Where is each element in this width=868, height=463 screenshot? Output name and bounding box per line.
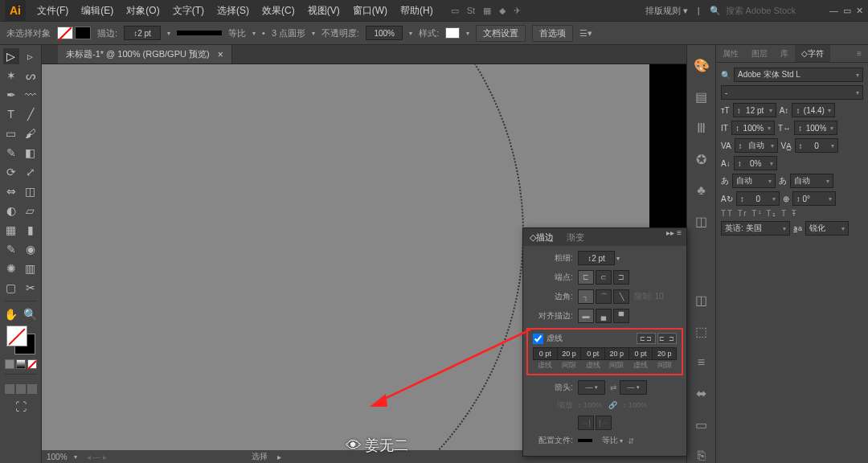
leading-input[interactable]: ↕ (14.4)▾	[792, 103, 835, 117]
stock-icon[interactable]: St	[467, 6, 475, 15]
line-tool[interactable]: ╱	[23, 106, 39, 122]
stroke-tab[interactable]: ◇ 描边	[523, 228, 560, 246]
style-swatch[interactable]	[445, 27, 460, 39]
magic-wand-tool[interactable]: ✶	[3, 68, 19, 84]
cap-round-icon[interactable]: ⊂	[596, 270, 612, 285]
gpu-icon[interactable]: ◆	[499, 6, 506, 16]
stroke-weight-field[interactable]: ↕ 2 pt	[578, 251, 615, 265]
stroke-swatch[interactable]	[75, 27, 91, 39]
css-panel-icon[interactable]: ⎘	[698, 449, 706, 463]
dash2-input[interactable]: 0 pt	[580, 347, 604, 360]
free-transform-tool[interactable]: ◫	[23, 183, 39, 199]
cap-butt-icon[interactable]: ⊏	[578, 270, 594, 285]
align-icon[interactable]: ☰▾	[579, 28, 592, 39]
font-style-select[interactable]: -▾	[721, 85, 863, 100]
mesh-tool[interactable]: ▦	[3, 222, 19, 238]
arrow-start-select[interactable]: —▾	[578, 380, 605, 395]
menu-edit[interactable]: 编辑(E)	[75, 4, 120, 18]
slice-tool[interactable]: ✂	[23, 280, 39, 296]
asset-panel-icon[interactable]: ⬚	[695, 324, 707, 339]
scale-tool[interactable]: ⤢	[23, 164, 39, 180]
eraser-tool[interactable]: ◧	[23, 145, 39, 161]
dash-align-icon[interactable]: ⊏ ⊐	[657, 333, 677, 344]
arrow-end-select[interactable]: —▾	[620, 380, 647, 395]
font-family-select[interactable]: Adobe 宋体 Std L▾	[734, 68, 863, 82]
appearance-panel-icon[interactable]: ♣	[697, 183, 706, 198]
aki2-input[interactable]: 自动▾	[790, 174, 833, 188]
preferences-button[interactable]: 首选项	[532, 25, 573, 42]
eyedropper-tool[interactable]: ✎	[3, 241, 19, 257]
paintbrush-tool[interactable]: 🖌	[23, 125, 39, 141]
none-mode-icon[interactable]	[27, 359, 37, 369]
draw-inside-icon[interactable]	[27, 384, 37, 394]
menu-select[interactable]: 选择(S)	[211, 4, 256, 18]
baseline-input[interactable]: ↕ 0%▾	[734, 156, 777, 170]
corner-miter-icon[interactable]: ┐	[578, 289, 594, 304]
corner-round-icon[interactable]: ⌒	[596, 289, 612, 304]
workspace-switcher[interactable]: 排版规则 ▾	[645, 5, 688, 17]
gradient-tab[interactable]: 渐变	[560, 228, 591, 246]
profile-flip-icon[interactable]: ⇵	[628, 436, 634, 445]
draw-normal-icon[interactable]	[5, 384, 14, 394]
tab-properties[interactable]: 属性	[716, 45, 745, 62]
align-center-icon[interactable]: ▬	[578, 309, 594, 323]
brush-def[interactable]: 3 点圆形	[272, 27, 305, 39]
dash-preserve-icon[interactable]: ⊏⊐	[637, 333, 656, 344]
stroke-weight-input[interactable]: ↕ 2 pt	[124, 26, 161, 40]
gradient-mode-icon[interactable]	[16, 359, 26, 369]
graph-tool[interactable]: ▥	[23, 260, 39, 277]
bridge-icon[interactable]: ▭	[451, 6, 459, 16]
color-panel-icon[interactable]: 🎨	[694, 58, 710, 73]
minimize-icon[interactable]: —	[829, 6, 838, 15]
type-tool[interactable]: T	[3, 106, 19, 122]
hand-tool[interactable]: ✋	[3, 306, 19, 322]
fill-swatch[interactable]	[57, 27, 73, 39]
fill-stroke-indicator[interactable]	[6, 326, 35, 354]
pen-tool[interactable]: ✒	[3, 87, 19, 103]
tab-character[interactable]: ◇ 字符	[795, 45, 830, 62]
search-icon[interactable]: 🔍	[710, 6, 721, 16]
brushes-panel-icon[interactable]: Ⅲ	[697, 121, 706, 136]
cap-projecting-icon[interactable]: ⊐	[613, 270, 629, 285]
tab-libraries[interactable]: 库	[774, 45, 795, 62]
align-inside-icon[interactable]: ▄	[596, 309, 612, 323]
document-tab[interactable]: 未标题-1* @ 100% (RGB/GPU 预览) ×	[58, 45, 232, 64]
zoom-tool[interactable]: 🔍	[23, 306, 39, 322]
color-mode-icon[interactable]	[5, 359, 14, 369]
menu-window[interactable]: 窗口(W)	[346, 4, 394, 18]
tab-close-icon[interactable]: ×	[218, 49, 223, 60]
gap2-input[interactable]: 20 p	[604, 347, 628, 360]
perspective-tool[interactable]: ▱	[23, 203, 39, 219]
layers-panel-icon[interactable]: ◫	[695, 293, 707, 308]
hscale-input[interactable]: ↕ 100%▾	[794, 121, 837, 135]
direct-selection-tool[interactable]: ▹	[23, 48, 39, 64]
menu-file[interactable]: 文件(F)	[31, 4, 75, 18]
screen-mode-icon[interactable]: ⛶	[13, 399, 29, 415]
blend-tool[interactable]: ◉	[23, 241, 39, 257]
panel-menu-icon[interactable]: ≡	[850, 45, 868, 62]
rotate-tool[interactable]: ⟳	[3, 164, 19, 180]
stroke-profile-preview[interactable]	[177, 31, 222, 35]
swap-arrow-icon[interactable]: ⇄	[610, 383, 616, 392]
zoom-level[interactable]: 100%	[47, 453, 68, 461]
dash3-input[interactable]: 0 pt	[628, 347, 653, 360]
char-rot-input[interactable]: ↕ 0▾	[736, 191, 780, 206]
panel-collapse-icon[interactable]: ▸▸ ≡	[666, 228, 686, 246]
language-select[interactable]: 英语: 美国▾	[721, 221, 790, 236]
gradient-tool[interactable]: ▮	[23, 222, 39, 238]
lasso-tool[interactable]: ᔕ	[23, 68, 39, 84]
artboard-tool[interactable]: ▢	[3, 280, 19, 296]
selection-tool[interactable]: ▷	[3, 48, 19, 64]
symbol-sprayer-tool[interactable]: ✺	[3, 260, 19, 277]
aki-input[interactable]: 自动▾	[732, 174, 776, 188]
rectangle-tool[interactable]: ▭	[3, 125, 19, 141]
vscale-input[interactable]: ↕ 100%▾	[731, 121, 775, 135]
menu-text[interactable]: 文字(T)	[166, 4, 211, 18]
shape-builder-tool[interactable]: ◐	[3, 203, 19, 219]
menu-object[interactable]: 对象(O)	[120, 4, 166, 18]
antialias-select[interactable]: 锐化▾	[805, 221, 849, 236]
corner-bevel-icon[interactable]: ╲	[613, 289, 629, 304]
menu-effect[interactable]: 效果(C)	[256, 4, 301, 18]
doc-setup-button[interactable]: 文档设置	[476, 25, 526, 42]
gap3-input[interactable]: 20 p	[652, 347, 677, 360]
